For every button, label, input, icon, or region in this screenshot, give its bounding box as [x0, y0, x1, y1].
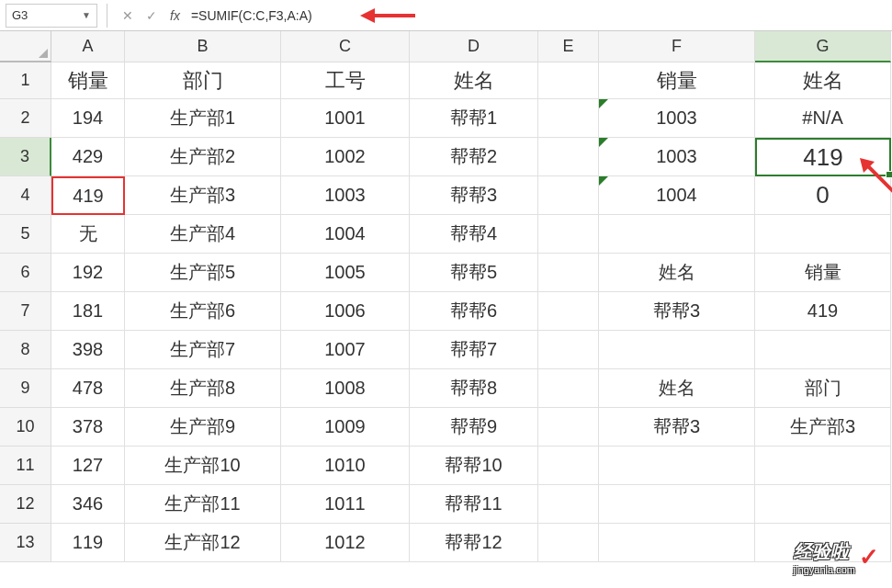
cancel-icon[interactable]: ✕ [122, 8, 133, 23]
cell-f7[interactable]: 帮帮3 [599, 292, 755, 331]
col-header-f[interactable]: F [599, 31, 755, 62]
cell-g3[interactable]: 419 [755, 138, 891, 176]
col-header-e[interactable]: E [538, 31, 599, 62]
cell-c6[interactable]: 1005 [281, 254, 410, 292]
cell-d8[interactable]: 帮帮7 [410, 331, 538, 369]
cell-c10[interactable]: 1009 [281, 408, 410, 447]
row-header-13[interactable]: 13 [0, 524, 51, 562]
row-header-12[interactable]: 12 [0, 485, 51, 524]
cell-a4[interactable]: 419 [51, 176, 125, 215]
cell-e8[interactable] [538, 331, 599, 369]
row-header-6[interactable]: 6 [0, 254, 51, 292]
col-header-g[interactable]: G [755, 31, 891, 62]
cell-c11[interactable]: 1010 [281, 447, 410, 485]
row-header-8[interactable]: 8 [0, 331, 51, 369]
formula-input[interactable]: =SUMIF(C:C,F3,A:A) [186, 4, 892, 28]
cell-e12[interactable] [538, 485, 599, 524]
cell-g12[interactable] [755, 485, 891, 524]
cell-a7[interactable]: 181 [51, 292, 125, 331]
cell-e2[interactable] [538, 99, 599, 138]
cell-a9[interactable]: 478 [51, 369, 125, 408]
cell-d13[interactable]: 帮帮12 [410, 524, 538, 562]
cell-d7[interactable]: 帮帮6 [410, 292, 538, 331]
col-header-b[interactable]: B [125, 31, 281, 62]
row-header-4[interactable]: 4 [0, 176, 51, 215]
cell-a2[interactable]: 194 [51, 99, 125, 138]
cell-a5[interactable]: 无 [51, 215, 125, 254]
cell-g2[interactable]: #N/A [755, 99, 891, 138]
row-header-9[interactable]: 9 [0, 369, 51, 408]
select-all-button[interactable] [0, 31, 51, 62]
cell-f4[interactable]: 1004 [599, 176, 755, 215]
cell-a6[interactable]: 192 [51, 254, 125, 292]
cell-e13[interactable] [538, 524, 599, 562]
cell-f12[interactable] [599, 485, 755, 524]
cell-d6[interactable]: 帮帮5 [410, 254, 538, 292]
cell-g9[interactable]: 部门 [755, 369, 891, 408]
cell-b6[interactable]: 生产部5 [125, 254, 281, 292]
cell-c3[interactable]: 1002 [281, 138, 410, 176]
cell-g7[interactable]: 419 [755, 292, 891, 331]
cell-e10[interactable] [538, 408, 599, 447]
name-box-dropdown-icon[interactable]: ▼ [82, 10, 91, 20]
cell-f9[interactable]: 姓名 [599, 369, 755, 408]
cell-c13[interactable]: 1012 [281, 524, 410, 562]
col-header-a[interactable]: A [51, 31, 125, 62]
confirm-icon[interactable]: ✓ [146, 8, 157, 23]
cell-d4[interactable]: 帮帮3 [410, 176, 538, 215]
cell-f5[interactable] [599, 215, 755, 254]
row-header-2[interactable]: 2 [0, 99, 51, 138]
row-header-3[interactable]: 3 [0, 138, 51, 176]
cell-f2[interactable]: 1003 [599, 99, 755, 138]
cell-d12[interactable]: 帮帮11 [410, 485, 538, 524]
col-header-d[interactable]: D [410, 31, 538, 62]
cell-a12[interactable]: 346 [51, 485, 125, 524]
cell-f10[interactable]: 帮帮3 [599, 408, 755, 447]
name-box[interactable]: G3 ▼ [6, 4, 97, 28]
cell-d2[interactable]: 帮帮1 [410, 99, 538, 138]
cell-f1[interactable]: 销量 [599, 62, 755, 99]
cell-e9[interactable] [538, 369, 599, 408]
cell-a13[interactable]: 119 [51, 524, 125, 562]
cell-c1[interactable]: 工号 [281, 62, 410, 99]
cell-c12[interactable]: 1011 [281, 485, 410, 524]
cell-e3[interactable] [538, 138, 599, 176]
cell-e7[interactable] [538, 292, 599, 331]
row-header-7[interactable]: 7 [0, 292, 51, 331]
cell-b3[interactable]: 生产部2 [125, 138, 281, 176]
cell-c4[interactable]: 1003 [281, 176, 410, 215]
cell-g8[interactable] [755, 331, 891, 369]
fx-icon[interactable]: fx [170, 8, 180, 23]
cell-e1[interactable] [538, 62, 599, 99]
cell-b13[interactable]: 生产部12 [125, 524, 281, 562]
cell-d1[interactable]: 姓名 [410, 62, 538, 99]
cell-b4[interactable]: 生产部3 [125, 176, 281, 215]
cell-g1[interactable]: 姓名 [755, 62, 891, 99]
cell-b2[interactable]: 生产部1 [125, 99, 281, 138]
cell-g6[interactable]: 销量 [755, 254, 891, 292]
cell-c7[interactable]: 1006 [281, 292, 410, 331]
cell-b5[interactable]: 生产部4 [125, 215, 281, 254]
cell-d10[interactable]: 帮帮9 [410, 408, 538, 447]
cell-g10[interactable]: 生产部3 [755, 408, 891, 447]
cell-d9[interactable]: 帮帮8 [410, 369, 538, 408]
cell-b9[interactable]: 生产部8 [125, 369, 281, 408]
cell-g5[interactable] [755, 215, 891, 254]
cell-a1[interactable]: 销量 [51, 62, 125, 99]
cell-c5[interactable]: 1004 [281, 215, 410, 254]
cell-e11[interactable] [538, 447, 599, 485]
cell-f6[interactable]: 姓名 [599, 254, 755, 292]
cell-e4[interactable] [538, 176, 599, 215]
cell-d5[interactable]: 帮帮4 [410, 215, 538, 254]
cell-a8[interactable]: 398 [51, 331, 125, 369]
cell-d3[interactable]: 帮帮2 [410, 138, 538, 176]
cell-e6[interactable] [538, 254, 599, 292]
cell-b8[interactable]: 生产部7 [125, 331, 281, 369]
cell-f3[interactable]: 1003 [599, 138, 755, 176]
row-header-10[interactable]: 10 [0, 408, 51, 447]
cell-c8[interactable]: 1007 [281, 331, 410, 369]
cell-d11[interactable]: 帮帮10 [410, 447, 538, 485]
cell-a10[interactable]: 378 [51, 408, 125, 447]
cell-b10[interactable]: 生产部9 [125, 408, 281, 447]
cell-f11[interactable] [599, 447, 755, 485]
